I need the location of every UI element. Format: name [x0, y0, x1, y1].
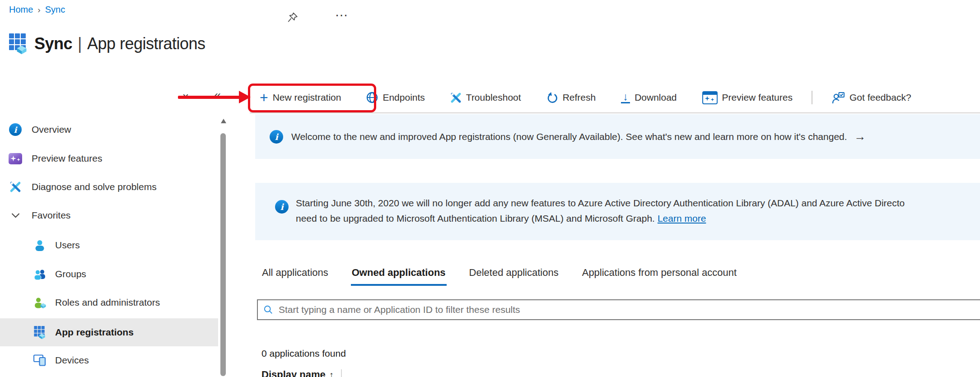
breadcrumb: Home › Sync [9, 5, 65, 15]
sidebar-scrollbar[interactable] [219, 115, 227, 377]
got-feedback-label: Got feedback? [849, 92, 911, 103]
group-icon [33, 268, 47, 280]
sidebar-item-label: Preview features [32, 153, 102, 164]
download-icon: ↓ [621, 92, 630, 103]
refresh-button[interactable]: Refresh [546, 92, 596, 103]
devices-icon [33, 354, 47, 366]
toolbar-divider [812, 91, 812, 104]
welcome-banner: i Welcome to the new and improved App re… [255, 114, 980, 159]
sidebar-item-preview-features[interactable]: Preview features [0, 149, 218, 168]
page-title-secondary: App registrations [87, 34, 205, 53]
app-registrations-icon [33, 326, 47, 339]
column-divider [341, 369, 342, 377]
page-title-primary: Sync [34, 34, 72, 53]
breadcrumb-current-link[interactable]: Sync [45, 5, 65, 15]
info-circle-icon: i [8, 123, 23, 136]
sidebar-item-label: Devices [55, 355, 89, 366]
sidebar-item-devices[interactable]: Devices [0, 350, 218, 370]
troubleshoot-button[interactable]: Troubleshoot [450, 92, 521, 103]
troubleshoot-tools-icon [450, 92, 462, 103]
sparkles-tile-icon [8, 153, 23, 164]
filter-search-box [257, 299, 980, 320]
sort-ascending-icon: ↑ [329, 370, 334, 377]
sidebar-item-diagnose[interactable]: Diagnose and solve problems [0, 177, 218, 197]
sidebar-item-label: Users [55, 240, 80, 251]
welcome-banner-text: Welcome to the new and improved App regi… [291, 131, 847, 142]
chevron-down-icon [8, 213, 23, 218]
adal-banner: i Starting June 30th, 2020 we will no lo… [255, 183, 980, 240]
results-count: 0 applications found [261, 348, 346, 359]
scrollbar-up-arrow-icon[interactable] [221, 119, 226, 123]
tab-all-applications[interactable]: All applications [261, 267, 329, 286]
banner-arrow-link[interactable]: → [854, 130, 866, 144]
sidebar-item-app-registrations[interactable]: App registrations [0, 318, 218, 346]
search-icon [263, 305, 273, 315]
sidebar-item-label: Roles and administrators [55, 297, 160, 308]
got-feedback-button[interactable]: Got feedback? [831, 92, 911, 104]
more-options-icon[interactable]: … [332, 4, 352, 20]
sidebar-menu: i Overview Preview features Diagnose and… [0, 115, 229, 377]
display-name-label: Display name [261, 369, 326, 377]
column-header-display-name[interactable]: Display name ↑ [261, 369, 342, 377]
annotation-arrow-head [239, 91, 251, 103]
tab-owned-applications[interactable]: Owned applications [351, 267, 447, 286]
close-icon[interactable]: × [182, 90, 189, 103]
sidebar-item-label: App registrations [55, 327, 134, 338]
feedback-person-icon [831, 92, 845, 104]
download-button[interactable]: ↓ Download [621, 92, 677, 103]
scrollbar-thumb[interactable] [220, 133, 226, 376]
pin-icon[interactable] [287, 12, 299, 23]
user-icon [33, 239, 47, 251]
preview-window-icon [702, 91, 718, 104]
sidebar-item-label: Diagnose and solve problems [32, 182, 157, 192]
sidebar-item-groups[interactable]: Groups [0, 264, 218, 284]
breadcrumb-separator: › [37, 5, 40, 15]
adal-banner-line2: need to be upgraded to Microsoft Authent… [296, 211, 905, 226]
collapse-menu-icon[interactable]: « [214, 88, 221, 102]
globe-icon [366, 92, 378, 103]
troubleshoot-label: Troubleshoot [466, 92, 521, 103]
breadcrumb-home-link[interactable]: Home [9, 5, 33, 15]
tab-applications-personal-account[interactable]: Applications from personal account [581, 267, 737, 286]
learn-more-link[interactable]: Learn more [658, 213, 706, 223]
preview-features-button[interactable]: Preview features [702, 91, 793, 104]
sidebar-item-users[interactable]: Users [0, 235, 218, 255]
page-title-separator: | [78, 34, 82, 53]
app-registrations-icon [9, 33, 27, 54]
download-label: Download [635, 92, 677, 103]
refresh-icon [546, 92, 558, 103]
filter-input[interactable] [278, 304, 980, 316]
refresh-label: Refresh [563, 92, 596, 103]
new-registration-button[interactable]: + New registration [260, 92, 341, 103]
info-icon: i [275, 200, 289, 214]
sidebar-item-label: Groups [55, 269, 86, 279]
sidebar-group-favorites[interactable]: Favorites [0, 205, 218, 225]
toolbar-underline [250, 112, 980, 113]
endpoints-label: Endpoints [383, 92, 425, 103]
preview-features-label: Preview features [722, 92, 793, 103]
sidebar-item-label: Overview [32, 124, 71, 135]
plus-icon: + [260, 93, 268, 102]
tools-icon [8, 181, 23, 193]
sidebar-item-roles[interactable]: Roles and administrators [0, 293, 218, 312]
applications-tabs: All applications Owned applications Dele… [261, 267, 737, 286]
info-icon: i [270, 130, 283, 144]
page-header: Sync|App registrations [9, 23, 205, 64]
sidebar-group-label: Favorites [32, 210, 70, 221]
page-title: Sync|App registrations [34, 34, 205, 53]
sidebar-item-overview[interactable]: i Overview [0, 120, 218, 140]
endpoints-button[interactable]: Endpoints [366, 92, 425, 103]
command-bar: + New registration Endpoints Troubleshoo… [260, 86, 911, 109]
new-registration-label: New registration [273, 92, 341, 103]
role-person-cube-icon [33, 297, 47, 308]
tab-deleted-applications[interactable]: Deleted applications [468, 267, 560, 286]
adal-banner-line1: Starting June 30th, 2020 we will no long… [296, 195, 905, 211]
